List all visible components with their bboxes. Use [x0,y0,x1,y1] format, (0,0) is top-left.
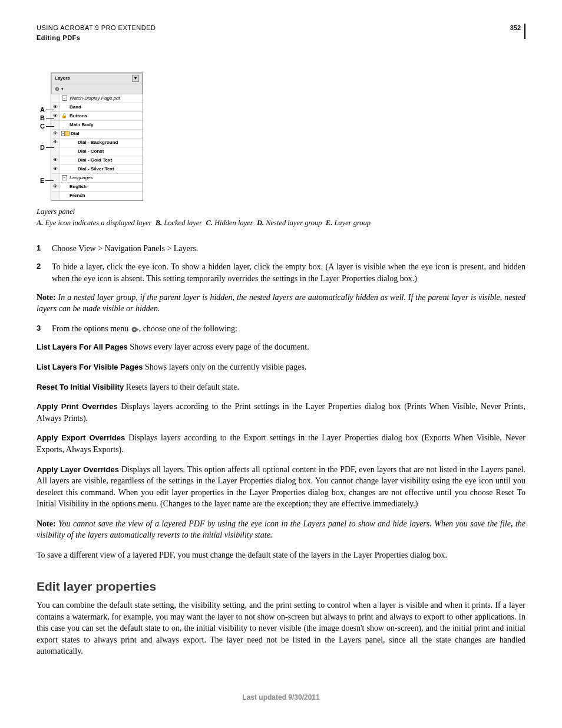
eye-icon[interactable]: 👁 [51,156,60,164]
def-export-overrides: Apply Export Overrides Displays layers a… [37,432,525,455]
layer-main-body[interactable]: Main Body [68,121,93,128]
panel-menu-button[interactable]: ▾ [132,75,139,82]
section-heading-edit-layer: Edit layer properties [37,578,525,595]
svg-point-1 [57,88,58,90]
def-print-overrides: Apply Print Overrides Displays layers ac… [37,401,525,424]
pointer-c: C [40,122,54,131]
layer-dial-silver[interactable]: Dial - Silver Text [68,166,114,172]
def-list-all: List Layers For All Pages Shows every la… [37,341,525,353]
pointer-e: E [40,176,54,185]
layer-english[interactable]: English [68,183,87,190]
svg-point-3 [133,328,135,330]
layers-panel: Layers ▾ ▾ −Watch-Display Page.pdf 👁Band… [51,73,143,201]
layer-languages[interactable]: Languages [68,174,93,181]
header-product: USING ACROBAT 9 PRO EXTENDED [37,24,156,32]
layer-french[interactable]: French [68,192,85,199]
def-reset: Reset To Initial Visibility Resets layer… [37,381,525,393]
lock-icon: 🔒 [61,113,67,119]
layer-dial-gold[interactable]: Dial - Gold Text [68,157,112,163]
layer-dial-bg[interactable]: Dial - Background [68,139,118,146]
gear-icon[interactable] [54,86,60,92]
layer-buttons[interactable]: Buttons [68,113,87,119]
page-footer: Last updated 9/30/2011 [37,693,525,703]
options-menu-icon [131,326,139,333]
header-section: Editing PDFs [37,34,156,42]
figure-legend: A. Eye icon indicates a displayed layer … [37,218,525,229]
page-number: 352 [510,24,521,32]
step-1: 1Choose View > Navigation Panels > Layer… [37,243,525,255]
def-layer-overrides: Apply Layer Overrides Displays all layer… [37,464,525,510]
dropdown-arrow-icon[interactable]: ▾ [61,86,64,92]
folder-icon [65,131,70,136]
eye-empty[interactable] [51,192,60,200]
pointer-d: D [40,143,54,152]
figure-caption: Layers panel [37,207,525,218]
section2-body: You can combine the default state settin… [37,599,525,657]
layer-dial[interactable]: Dial [70,130,80,137]
layer-band[interactable]: Band [68,104,81,110]
note-1: Note: In a nested layer group, if the pa… [37,292,525,315]
page-header: USING ACROBAT 9 PRO EXTENDED Editing PDF… [37,24,525,43]
layers-panel-figure: A B C D E Layers ▾ ▾ −Watch-Display Page… [51,73,525,201]
layer-file[interactable]: Watch-Display Page.pdf [68,95,120,101]
panel-title: Layers [55,75,70,81]
header-rule [524,24,525,39]
def-list-visible: List Layers For Visible Pages Shows laye… [37,361,525,373]
step-2: 2To hide a layer, click the eye icon. To… [37,261,525,284]
layer-dial-const[interactable]: Dial - Const [68,148,104,154]
step-3: 3 From the options menu , choose one of … [37,323,525,335]
note-2: Note: You cannot save the view of a laye… [37,518,525,541]
eye-icon[interactable]: 👁 [51,165,60,173]
closing-paragraph: To save a different view of a layered PD… [37,549,525,561]
